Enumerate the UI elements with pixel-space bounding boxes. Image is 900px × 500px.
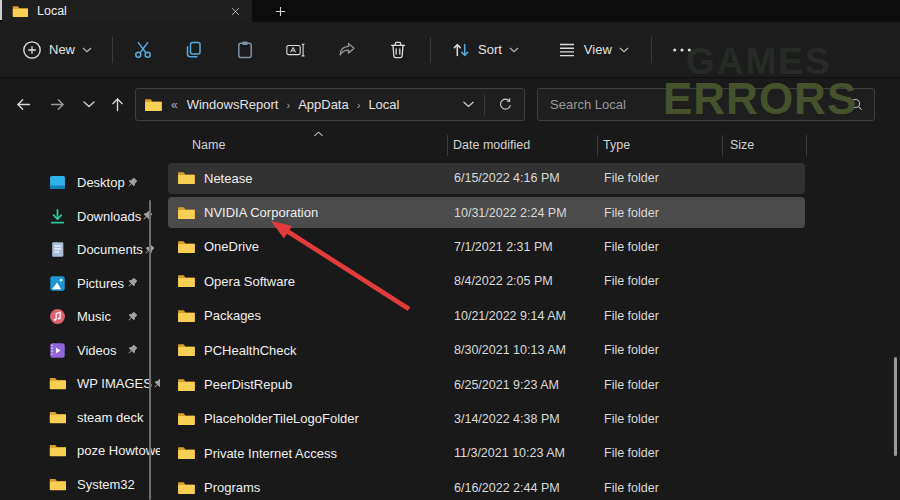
breadcrumb-appdata[interactable]: AppData (296, 97, 351, 112)
view-button[interactable]: View (548, 33, 638, 67)
sort-arrows-icon (451, 40, 471, 60)
sidebar: Desktop Downloads Documents Pictures Mus… (0, 130, 160, 500)
column-divider[interactable] (447, 135, 448, 156)
paste-button[interactable] (226, 33, 264, 67)
breadcrumb-overflow[interactable]: « (171, 98, 178, 112)
folder-icon (177, 206, 195, 220)
sidebar-scrollbar[interactable] (149, 200, 151, 500)
sidebar-item-steam-deck[interactable]: steam deck (0, 401, 160, 435)
column-header-date-modified[interactable]: Date modified (453, 138, 530, 152)
folder-icon (177, 481, 195, 495)
search-input[interactable] (548, 96, 849, 113)
music-icon (49, 308, 66, 325)
sidebar-item-wp-images[interactable]: WP IMAGES (0, 367, 160, 401)
view-button-label: View (584, 42, 612, 57)
navigation-bar: « WindowsReport › AppData › Local (0, 78, 900, 130)
new-button[interactable]: New (13, 33, 101, 67)
column-divider[interactable] (597, 135, 598, 156)
sort-button-label: Sort (478, 42, 502, 57)
share-button[interactable] (328, 33, 366, 67)
breadcrumb-local[interactable]: Local (366, 97, 401, 112)
address-dropdown-icon[interactable] (463, 101, 474, 108)
delete-button[interactable] (379, 33, 417, 67)
pin-icon (126, 344, 138, 356)
column-header-size[interactable]: Size (730, 138, 754, 152)
folder-icon (177, 309, 195, 323)
column-divider[interactable] (722, 135, 723, 156)
sidebar-item-poze-howtowet[interactable]: poze Howtowet (0, 434, 160, 468)
file-row-placeholdertilelogofolder[interactable]: PlaceholderTileLogoFolder 3/14/2022 4:38… (166, 402, 900, 436)
file-row-opera-software[interactable]: Opera Software 8/4/2022 2:05 PM File fol… (166, 264, 900, 298)
toolbar-separator (651, 37, 652, 63)
copy-icon (184, 40, 204, 60)
column-header-name[interactable]: Name (192, 138, 225, 152)
ellipsis-icon (672, 47, 692, 53)
pin-icon (126, 277, 138, 289)
titlebar: Local (0, 0, 900, 22)
paste-icon (235, 40, 255, 60)
cut-button[interactable] (124, 33, 162, 67)
file-row-netease[interactable]: Netease 6/15/2022 4:16 PM File folder (166, 161, 900, 195)
file-row-pchealthcheck[interactable]: PCHealthCheck 8/30/2021 10:13 AM File fo… (166, 333, 900, 367)
sidebar-item-pictures[interactable]: Pictures (0, 267, 160, 301)
folder-icon (177, 412, 195, 426)
folder-icon (177, 378, 195, 392)
sidebar-item-system32[interactable]: System32 (0, 468, 160, 500)
folder-icon (49, 442, 66, 459)
file-row-peerdistrepub[interactable]: PeerDistRepub 6/25/2021 9:23 AM File fol… (166, 367, 900, 401)
toolbar-separator (430, 37, 431, 63)
search-icon (849, 97, 864, 112)
search-box[interactable] (537, 88, 875, 121)
up-button[interactable] (102, 89, 132, 119)
chevron-down-icon (83, 101, 95, 108)
sidebar-item-downloads[interactable]: Downloads (0, 200, 160, 234)
sidebar-item-videos[interactable]: Videos (0, 334, 160, 368)
tab-title: Local (37, 4, 67, 18)
pictures-icon (49, 275, 66, 292)
list-scrollbar[interactable] (894, 357, 897, 456)
pin-icon (126, 177, 138, 189)
tab-close-button[interactable] (226, 3, 244, 19)
pin-icon (141, 210, 153, 222)
file-row-nvidia-corporation[interactable]: NVIDIA Corporation 10/31/2022 2:24 PM Fi… (166, 195, 900, 229)
pin-icon (152, 378, 160, 390)
more-options-button[interactable] (663, 40, 701, 60)
sidebar-item-desktop[interactable]: Desktop (0, 166, 160, 200)
recent-locations-button[interactable] (74, 89, 104, 119)
sidebar-item-music[interactable]: Music (0, 300, 160, 334)
sidebar-item-documents[interactable]: Documents (0, 233, 160, 267)
file-row-programs[interactable]: Programs 6/16/2022 2:44 PM File folder (166, 471, 900, 500)
breadcrumb-windowsreport[interactable]: WindowsReport (185, 97, 281, 112)
toolbar-separator (112, 37, 113, 63)
copy-button[interactable] (175, 33, 213, 67)
rename-button[interactable] (277, 33, 315, 67)
chevron-down-icon (509, 47, 519, 53)
pin-icon (126, 311, 138, 323)
file-row-onedrive[interactable]: OneDrive 7/1/2021 2:31 PM File folder (166, 230, 900, 264)
forward-button[interactable] (42, 89, 72, 119)
tab-local[interactable]: Local (2, 0, 252, 22)
file-row-private-internet-access[interactable]: Private Internet Access 11/3/2021 10:23 … (166, 436, 900, 470)
folder-icon (177, 171, 195, 185)
view-list-icon (557, 40, 577, 60)
close-icon (231, 7, 240, 16)
file-list-pane: Name Date modified Type Size Netease 6/1… (166, 130, 900, 500)
address-bar[interactable]: « WindowsReport › AppData › Local (135, 88, 525, 121)
file-row-packages[interactable]: Packages 10/21/2022 9:14 AM File folder (166, 299, 900, 333)
column-header-type[interactable]: Type (603, 138, 630, 152)
refresh-button[interactable] (494, 94, 516, 116)
back-button[interactable] (8, 89, 38, 119)
refresh-icon (498, 97, 513, 112)
new-tab-button[interactable] (268, 0, 292, 22)
new-button-label: New (49, 42, 75, 57)
desktop-icon (49, 174, 66, 191)
cut-icon (133, 40, 153, 60)
sort-ascending-icon (313, 131, 324, 137)
chevron-down-icon (619, 47, 629, 53)
column-divider[interactable] (806, 135, 807, 156)
share-icon (337, 40, 357, 60)
folder-icon (177, 343, 195, 357)
sort-button[interactable]: Sort (442, 33, 528, 67)
folder-icon (177, 274, 195, 288)
folder-icon (49, 375, 66, 392)
